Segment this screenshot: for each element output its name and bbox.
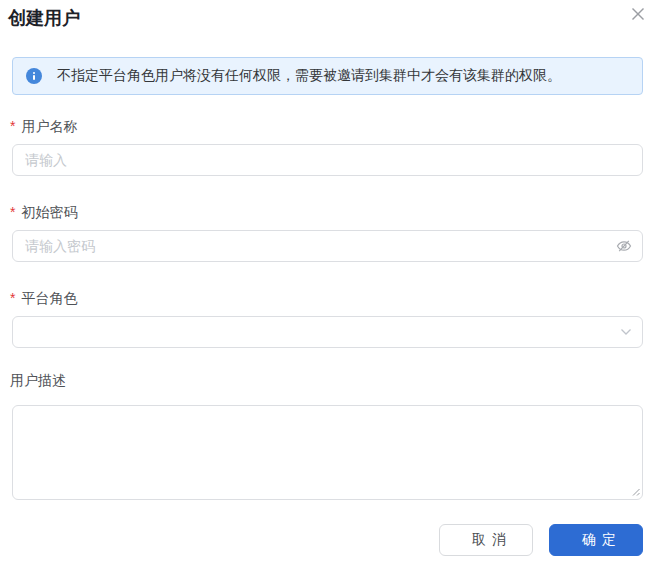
- chevron-down-icon: [620, 328, 632, 336]
- password-label: * 初始密码: [10, 204, 659, 220]
- description-field-wrap: [12, 405, 643, 500]
- cancel-button[interactable]: 取消: [439, 524, 533, 556]
- dialog-title: 创建用户: [8, 8, 659, 29]
- password-label-text: 初始密码: [21, 204, 77, 220]
- required-marker: *: [10, 204, 15, 220]
- info-icon: [26, 68, 42, 84]
- description-label-text: 用户描述: [10, 372, 66, 388]
- eye-off-icon: [615, 238, 633, 254]
- dialog-footer: 取消 确定: [12, 524, 643, 556]
- description-label: 用户描述: [10, 372, 659, 388]
- resize-grip-icon[interactable]: [631, 487, 640, 496]
- platform-role-select[interactable]: [12, 316, 643, 348]
- info-banner: 不指定平台角色用户将没有任何权限，需要被邀请到集群中才会有该集群的权限。: [12, 57, 643, 95]
- password-input[interactable]: [12, 230, 643, 262]
- username-label: * 用户名称: [10, 118, 659, 134]
- description-textarea[interactable]: [12, 405, 643, 500]
- create-user-dialog: 创建用户 不指定平台角色用户将没有任何权限，需要被邀请到集群中才会有该集群的权限…: [0, 0, 659, 567]
- confirm-button[interactable]: 确定: [549, 524, 643, 556]
- required-marker: *: [10, 118, 15, 134]
- platform-role-label: * 平台角色: [10, 290, 659, 306]
- close-icon: [631, 7, 645, 21]
- banner-text: 不指定平台角色用户将没有任何权限，需要被邀请到集群中才会有该集群的权限。: [57, 67, 561, 85]
- close-button[interactable]: [629, 5, 647, 23]
- toggle-password-visibility-button[interactable]: [615, 238, 633, 254]
- username-label-text: 用户名称: [21, 118, 77, 134]
- username-input[interactable]: [12, 144, 643, 176]
- platform-role-label-text: 平台角色: [21, 290, 77, 306]
- password-field-wrap: [12, 230, 643, 262]
- required-marker: *: [10, 290, 15, 306]
